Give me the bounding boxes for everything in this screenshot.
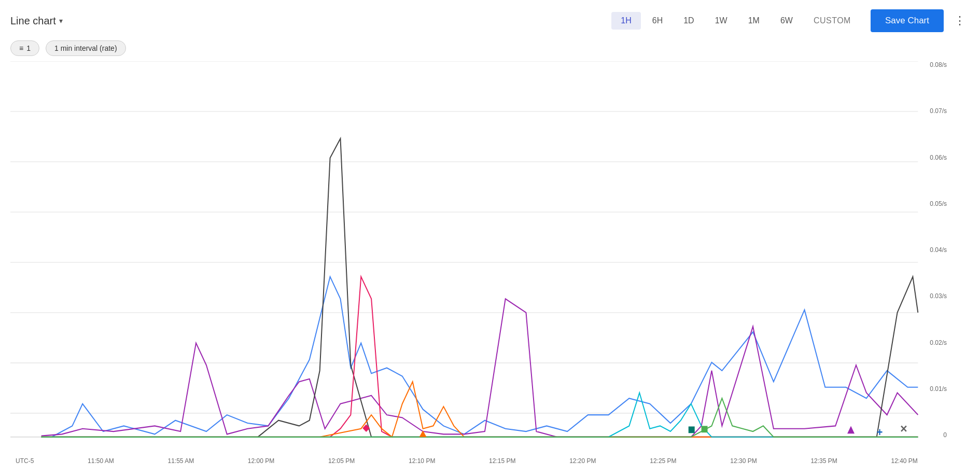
time-btn-1m[interactable]: 1M <box>739 12 769 30</box>
y-label-006: 0.06/s <box>930 154 947 161</box>
time-btn-1h[interactable]: 1H <box>611 12 640 30</box>
x-label-1235: 12:35 PM <box>810 457 837 465</box>
x-label-1150: 11:50 AM <box>88 457 114 465</box>
y-label-008: 0.08/s <box>930 61 947 68</box>
y-label-0: 0 <box>943 431 947 439</box>
top-bar: Line chart ▾ 1H 6H 1D 1W 1M 6W CUSTOM Sa… <box>0 0 980 37</box>
chevron-down-icon: ▾ <box>59 17 63 25</box>
y-label-002: 0.02/s <box>930 339 947 346</box>
chart-container: + ✕ 0.08/s 0.07/s 0.06/s 0.05/s 0.04/s 0… <box>0 61 980 465</box>
x-label-1240: 12:40 PM <box>891 457 917 465</box>
x-label-1155: 11:55 AM <box>167 457 194 465</box>
time-btn-1d[interactable]: 1D <box>674 12 703 30</box>
time-controls: 1H 6H 1D 1W 1M 6W CUSTOM <box>611 12 860 30</box>
svg-rect-13 <box>702 426 708 432</box>
svg-text:✕: ✕ <box>900 424 907 435</box>
svg-rect-12 <box>689 426 695 433</box>
time-btn-1w[interactable]: 1W <box>706 12 737 30</box>
x-label-1205: 12:05 PM <box>328 457 355 465</box>
y-label-003: 0.03/s <box>930 292 947 300</box>
chart-type-label: Line chart <box>10 15 56 27</box>
y-label-004: 0.04/s <box>930 246 947 254</box>
svg-marker-14 <box>847 426 855 433</box>
more-menu-button[interactable]: ⋮ <box>950 10 970 32</box>
interval-button[interactable]: 1 min interval (rate) <box>46 40 126 56</box>
x-label-1200: 12:00 PM <box>248 457 274 465</box>
save-chart-button[interactable]: Save Chart <box>871 9 944 32</box>
x-label-1215: 12:15 PM <box>489 457 515 465</box>
chart-type-selector[interactable]: Line chart ▾ <box>10 15 605 27</box>
y-label-005: 0.05/s <box>930 200 947 207</box>
chart-area: + ✕ 0.08/s 0.07/s 0.06/s 0.05/s 0.04/s 0… <box>10 61 949 465</box>
chart-svg: + ✕ <box>10 61 949 465</box>
time-btn-6h[interactable]: 6H <box>643 12 672 30</box>
filter-label: 1 <box>26 44 31 52</box>
x-label-1220: 12:20 PM <box>569 457 596 465</box>
x-axis-labels: UTC-5 11:50 AM 11:55 AM 12:00 PM 12:05 P… <box>10 457 918 465</box>
y-label-001: 0.01/s <box>930 385 947 393</box>
time-btn-custom[interactable]: CUSTOM <box>804 12 860 30</box>
x-label-1230: 12:30 PM <box>730 457 757 465</box>
x-label-1210: 12:10 PM <box>409 457 435 465</box>
filter-icon: ≡ <box>19 44 23 52</box>
time-btn-6w[interactable]: 6W <box>771 12 802 30</box>
svg-text:+: + <box>877 426 883 438</box>
y-axis-labels: 0.08/s 0.07/s 0.06/s 0.05/s 0.04/s 0.03/… <box>930 61 949 439</box>
x-label-utc: UTC-5 <box>16 457 34 465</box>
y-label-007: 0.07/s <box>930 107 947 115</box>
x-label-1225: 12:25 PM <box>650 457 676 465</box>
sub-controls: ≡ 1 1 min interval (rate) <box>0 37 980 61</box>
filter-button[interactable]: ≡ 1 <box>10 40 39 56</box>
